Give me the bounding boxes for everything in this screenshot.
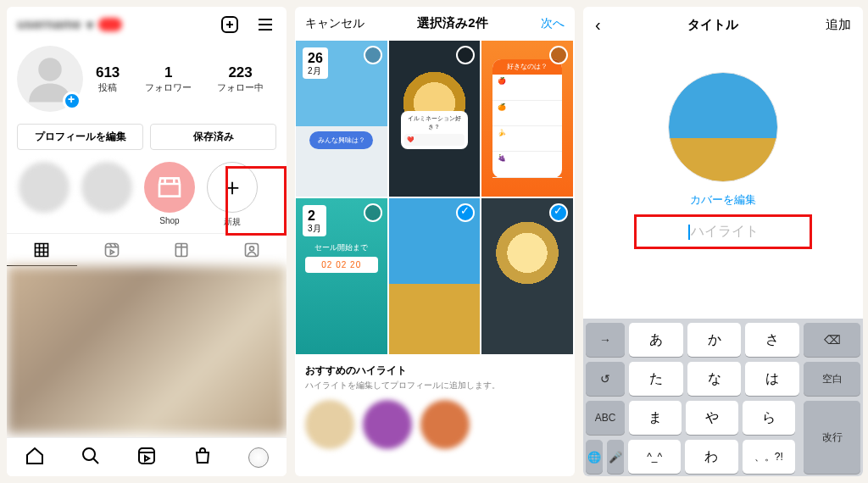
date-badge: 262月 <box>303 47 328 79</box>
key-wa[interactable]: わ <box>685 440 737 474</box>
following-stat[interactable]: 223フォロー中 <box>217 64 264 94</box>
profile-screen: username▾ 613投稿 1フォロワー 223フォ <box>7 7 287 476</box>
story-cell[interactable]: 262月 みんな興味は？ <box>295 40 388 197</box>
story-sticker: みんな興味は？ <box>309 131 373 149</box>
highlight-shop[interactable]: Shop <box>141 162 198 225</box>
add-button[interactable]: 追加 <box>826 17 851 33</box>
story-cell[interactable]: 23月 セール開始まで 02 02 20 <box>295 197 388 355</box>
highlight-title-input[interactable]: ハイライト <box>634 218 812 246</box>
highlight-item[interactable] <box>15 162 73 213</box>
profile-info-row: 613投稿 1フォロワー 223フォロー中 <box>7 42 287 119</box>
story-cell[interactable]: イルミネーション好き？❤️ <box>388 40 481 197</box>
key-globe[interactable]: 🌐 <box>586 440 603 474</box>
key-delete[interactable]: ⌫ <box>804 323 860 357</box>
title-header-title: タイトル <box>687 17 738 33</box>
suggested-title: おすすめのハイライト <box>305 364 565 378</box>
username-dropdown[interactable]: username▾ <box>17 17 122 33</box>
reels-nav-icon[interactable] <box>136 446 157 469</box>
key-punct[interactable]: 、。?! <box>743 440 795 474</box>
key-sa[interactable]: さ <box>745 323 799 357</box>
select-circle[interactable] <box>456 46 475 64</box>
saved-button[interactable]: 保存済み <box>150 124 276 150</box>
title-screen: ‹ タイトル 追加 カバーを編集 ハイライト → あ か さ ⌫ ↺ た な は… <box>583 7 863 476</box>
svg-point-5 <box>249 247 253 251</box>
key-enter[interactable]: 改行 <box>804 401 860 474</box>
key-ka[interactable]: か <box>687 323 742 357</box>
suggested-item[interactable] <box>420 400 470 449</box>
date-badge: 23月 <box>303 205 326 236</box>
selector-header: キャンセル 選択済み2件 次へ <box>295 7 575 40</box>
selector-title: 選択済み2件 <box>417 15 487 31</box>
title-header: ‹ タイトル 追加 <box>583 7 863 43</box>
svg-point-1 <box>38 58 62 81</box>
grid-tab[interactable] <box>7 234 77 266</box>
key-ha[interactable]: は <box>745 362 799 396</box>
highlight-cover[interactable] <box>668 72 778 182</box>
profile-header: username▾ <box>7 7 287 42</box>
profile-tabs <box>7 233 287 266</box>
home-icon[interactable] <box>25 446 45 469</box>
select-circle[interactable] <box>364 203 382 222</box>
add-story-icon[interactable] <box>63 92 81 110</box>
search-icon[interactable] <box>81 446 101 469</box>
question-sticker: イルミネーション好き？❤️ <box>401 111 469 149</box>
key-space[interactable]: 空白 <box>804 362 860 396</box>
menu-icon[interactable] <box>254 14 276 36</box>
suggested-section: おすすめのハイライト ハイライトを編集してプロフィールに追加します。 <box>295 355 575 391</box>
story-cell[interactable] <box>481 197 574 355</box>
story-selector-screen: キャンセル 選択済み2件 次へ 262月 みんな興味は？ イルミネーション好き？… <box>295 7 575 476</box>
svg-rect-2 <box>105 244 118 257</box>
key-ra[interactable]: ら <box>743 401 795 435</box>
next-button[interactable]: 次へ <box>541 16 565 31</box>
key-ya[interactable]: や <box>686 401 738 435</box>
poll-sticker: 好きなのは？ 🍎🍊🍌🍇 <box>492 59 562 178</box>
posts-stat[interactable]: 613投稿 <box>96 64 120 94</box>
suggested-subtitle: ハイライトを編集してプロフィールに追加します。 <box>305 380 565 391</box>
edit-cover-link[interactable]: カバーを編集 <box>583 192 863 208</box>
key-ma[interactable]: ま <box>629 401 682 435</box>
key-na[interactable]: な <box>687 362 742 396</box>
edit-profile-button[interactable]: プロフィールを編集 <box>17 124 143 150</box>
select-circle[interactable] <box>364 46 382 64</box>
key-undo[interactable]: ↺ <box>586 362 625 396</box>
story-cell[interactable] <box>388 197 481 355</box>
select-circle-selected[interactable] <box>549 203 568 222</box>
back-icon[interactable]: ‹ <box>595 15 601 35</box>
reels-tab[interactable] <box>77 234 147 266</box>
key-a[interactable]: あ <box>629 323 683 357</box>
annotation-highlight-box <box>225 166 287 236</box>
key-face[interactable]: ^_^ <box>628 440 681 474</box>
followers-stat[interactable]: 1フォロワー <box>145 64 192 94</box>
annotation-highlight-box <box>634 214 812 249</box>
select-circle-selected[interactable] <box>456 203 475 222</box>
posts-grid[interactable] <box>7 266 287 434</box>
tagged-tab[interactable] <box>217 234 287 266</box>
shop-nav-icon[interactable] <box>192 446 213 469</box>
profile-nav-icon[interactable] <box>248 447 269 468</box>
keyboard: → あ か さ ⌫ ↺ た な は 空白 ABC ま や ら 🌐 <box>583 319 863 476</box>
cancel-button[interactable]: キャンセル <box>305 16 364 31</box>
svg-rect-7 <box>139 448 154 464</box>
story-grid: 262月 みんな興味は？ イルミネーション好き？❤️ 好きなのは？ 🍎🍊🍌🍇 2… <box>295 40 575 355</box>
guide-tab[interactable] <box>147 234 217 266</box>
highlight-item[interactable] <box>78 162 136 213</box>
key-ta[interactable]: た <box>629 362 683 396</box>
countdown-sticker: セール開始まで 02 02 20 <box>305 242 378 273</box>
key-arrow[interactable]: → <box>586 323 625 357</box>
svg-point-6 <box>83 448 95 460</box>
suggested-item[interactable] <box>305 400 354 449</box>
key-mic[interactable]: 🎤 <box>607 440 624 474</box>
bottom-nav <box>7 437 287 476</box>
suggested-item[interactable] <box>363 400 412 449</box>
story-cell[interactable]: 好きなのは？ 🍎🍊🍌🍇 <box>481 40 574 197</box>
create-icon[interactable] <box>219 14 241 36</box>
select-circle[interactable] <box>549 46 568 64</box>
key-abc[interactable]: ABC <box>586 401 625 435</box>
